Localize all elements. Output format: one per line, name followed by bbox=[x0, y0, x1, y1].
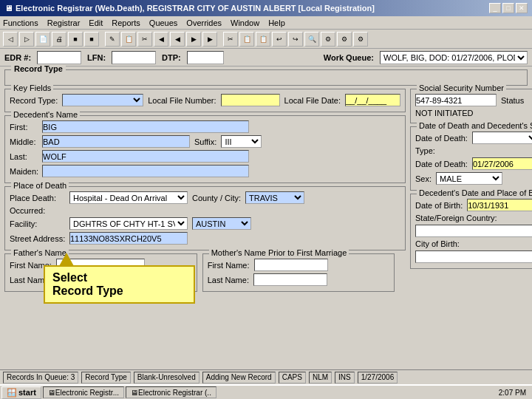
tooltip-popup: SelectRecord Type bbox=[44, 265, 195, 304]
menu-help[interactable]: Help bbox=[268, 18, 285, 27]
tb-btn-2[interactable]: ▷ bbox=[19, 32, 34, 47]
last-name-input[interactable] bbox=[42, 150, 249, 163]
dod2-input[interactable] bbox=[472, 157, 532, 170]
record-type-title: Record Type bbox=[11, 64, 66, 73]
tooltip-text: SelectRecord Type bbox=[52, 271, 123, 297]
dod-row: Date of Death: bbox=[415, 132, 532, 144]
city-birth-select[interactable] bbox=[415, 250, 532, 263]
minimize-button[interactable]: _ bbox=[489, 3, 501, 13]
menu-edit[interactable]: Edit bbox=[89, 18, 103, 27]
edr-label: EDR #: bbox=[4, 53, 31, 62]
last-label: Last: bbox=[10, 152, 38, 161]
suffix-select[interactable]: III bbox=[221, 135, 262, 148]
tb-btn-17[interactable]: ↩ bbox=[272, 32, 287, 47]
sex-select[interactable]: MALE bbox=[436, 172, 502, 185]
dtp-input[interactable] bbox=[187, 51, 224, 64]
taskbar-item-1[interactable]: 🖥 Electronic Registr... bbox=[43, 386, 124, 398]
tb-btn-20[interactable]: ⚙ bbox=[321, 32, 335, 47]
street-label: Street Address: bbox=[10, 234, 65, 243]
work-queue-label: Work Queue: bbox=[324, 53, 374, 62]
edr-input[interactable] bbox=[37, 51, 81, 64]
first-name-row: First: bbox=[10, 120, 400, 133]
date-of-death-title: Date of Death and Decedent's Sex bbox=[417, 121, 532, 130]
tb-btn-11[interactable]: ◀ bbox=[170, 32, 185, 47]
date-of-death-section: Date of Death and Decedent's Sex Date of… bbox=[410, 126, 532, 191]
city-select[interactable]: AUSTIN bbox=[192, 217, 251, 230]
toolbar: ◁ ▷ 📄 🖨 ■ ■ ✎ 📋 ✂ ◀ ◀ ▶ ▶ ✂ 📋 📋 ↩ ↪ 🔍 ⚙ … bbox=[0, 30, 532, 49]
lfn-label: LFN: bbox=[87, 53, 106, 62]
mother-last-label: Last Name: bbox=[208, 276, 249, 284]
start-label: start bbox=[18, 388, 36, 397]
tb-btn-3[interactable]: 📄 bbox=[35, 32, 50, 47]
last-name-row: Last: bbox=[10, 150, 400, 163]
state-input-row bbox=[415, 225, 532, 237]
tb-btn-15[interactable]: 📋 bbox=[239, 32, 254, 47]
tb-btn-21[interactable]: ⚙ bbox=[337, 32, 352, 47]
local-file-number-input[interactable] bbox=[221, 94, 280, 106]
state-select[interactable] bbox=[415, 225, 532, 237]
tb-btn-10[interactable]: ◀ bbox=[154, 32, 168, 47]
facility-row: Facility: DGHTRS OF CHTY HT-1 SVCS OF AU… bbox=[10, 217, 400, 230]
place-death-select[interactable]: Hospital - Dead On Arrival bbox=[69, 191, 188, 204]
tb-btn-14[interactable]: ✂ bbox=[223, 32, 238, 47]
city-birth-input-row bbox=[415, 250, 532, 263]
first-name-input[interactable] bbox=[42, 120, 249, 133]
work-queue-select[interactable]: WOLF, BIG, DOD: 01/27/2006, PLOD Hospita… bbox=[380, 51, 528, 64]
tb-btn-7[interactable]: ✎ bbox=[105, 32, 120, 47]
title-bar-text: Electronic Registrar (Web.Death), REGIST… bbox=[16, 4, 375, 13]
dob-row: Date of Birth: bbox=[415, 199, 532, 211]
taskbar-time: 2:07 PM bbox=[494, 389, 531, 397]
lfn-input[interactable] bbox=[112, 51, 156, 64]
tb-btn-13[interactable]: ▶ bbox=[202, 32, 217, 47]
mother-first-input[interactable] bbox=[254, 259, 328, 271]
county-select[interactable]: TRAVIS bbox=[245, 191, 304, 204]
tb-btn-12[interactable]: ▶ bbox=[186, 32, 201, 47]
ssn-input[interactable] bbox=[415, 94, 497, 106]
main-area: Record Type Key Fields Record Type: Loca… bbox=[0, 66, 532, 298]
adding-status: Adding New Record bbox=[202, 372, 276, 383]
state-label: State/Foreign Country: bbox=[415, 214, 497, 222]
tb-btn-18[interactable]: ↪ bbox=[288, 32, 303, 47]
tb-btn-19[interactable]: 🔍 bbox=[304, 32, 319, 47]
mother-last-input[interactable] bbox=[253, 273, 327, 286]
tb-btn-5[interactable]: ■ bbox=[68, 32, 83, 47]
tb-btn-22[interactable]: ⚙ bbox=[353, 32, 368, 47]
facility-select[interactable]: DGHTRS OF CHTY HT-1 SVCS OF AUS bbox=[69, 217, 188, 230]
close-button[interactable]: ✕ bbox=[516, 3, 528, 13]
tb-btn-4[interactable]: 🖨 bbox=[52, 32, 66, 47]
tb-btn-16[interactable]: 📋 bbox=[256, 32, 270, 47]
start-button[interactable]: 🪟 start bbox=[1, 386, 41, 399]
menu-queues[interactable]: Queues bbox=[149, 18, 178, 27]
taskbar-item-1-label: Electronic Registr... bbox=[55, 389, 119, 397]
menu-functions[interactable]: Functions bbox=[3, 18, 38, 27]
tb-btn-6[interactable]: ■ bbox=[84, 32, 99, 47]
menu-reports[interactable]: Reports bbox=[112, 18, 140, 27]
local-file-date-input[interactable] bbox=[345, 94, 400, 106]
suffix-label: Suffix: bbox=[194, 137, 216, 146]
ins-status: INS bbox=[335, 372, 355, 383]
taskbar-item-2-label: Electronic Registrar (.. bbox=[138, 389, 211, 397]
menu-registrar[interactable]: Registrar bbox=[47, 18, 81, 27]
dod2-row: Date of Death: bbox=[415, 157, 532, 170]
menu-window[interactable]: Window bbox=[231, 18, 259, 27]
sex-row: Sex: MALE bbox=[415, 172, 532, 185]
dod-select[interactable] bbox=[472, 132, 532, 144]
dob-input[interactable] bbox=[467, 199, 532, 211]
place-of-death-section: Place of Death Place Death: Hospital - D… bbox=[4, 186, 406, 250]
street-input[interactable] bbox=[69, 232, 188, 245]
records-status: Records In Queue: 3 bbox=[3, 372, 78, 383]
menu-overrides[interactable]: Overrides bbox=[186, 18, 222, 27]
middle-name-input[interactable] bbox=[42, 135, 190, 148]
record-type-select[interactable] bbox=[62, 94, 143, 106]
tb-btn-1[interactable]: ◁ bbox=[3, 32, 18, 47]
tb-btn-9[interactable]: ✂ bbox=[137, 32, 152, 47]
type-row: Type: bbox=[415, 146, 532, 155]
tb-btn-8[interactable]: 📋 bbox=[121, 32, 136, 47]
key-fields-title: Key Fields bbox=[11, 83, 53, 92]
type-label: Type: bbox=[415, 146, 435, 155]
taskbar-item-2[interactable]: 🖥 Electronic Registrar (.. bbox=[126, 386, 216, 398]
decedents-name-title: Decedent's Name bbox=[11, 110, 80, 119]
maiden-name-input[interactable] bbox=[42, 165, 249, 177]
maximize-button[interactable]: □ bbox=[502, 3, 514, 13]
street-row: Street Address: bbox=[10, 232, 400, 245]
